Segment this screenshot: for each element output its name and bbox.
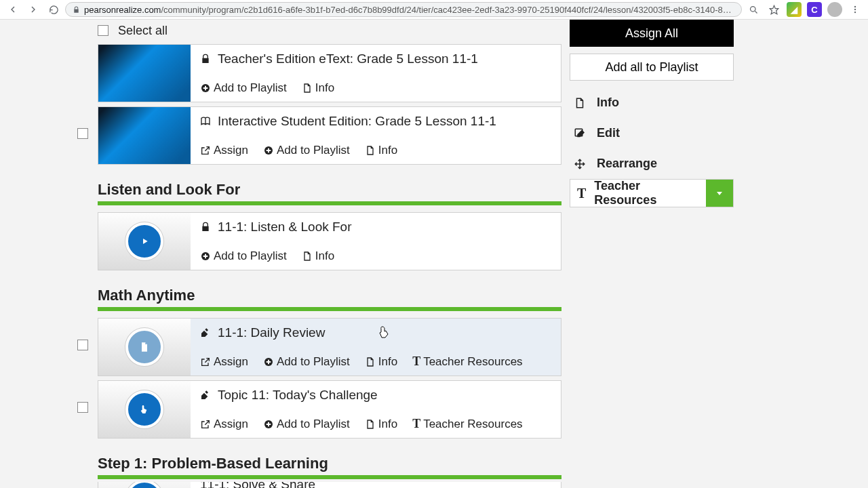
section-divider <box>98 201 561 205</box>
resource-title: Interactive Student Edition: Grade 5 Les… <box>218 114 496 129</box>
section-divider <box>98 475 561 479</box>
add-all-playlist-button[interactable]: Add all to Playlist <box>570 54 734 81</box>
plus-circle-icon <box>263 357 274 367</box>
zoom-icon[interactable] <box>745 1 762 18</box>
pencil-icon <box>574 127 587 140</box>
side-rearrange-link[interactable]: Rearrange <box>570 148 734 179</box>
browser-toolbar: pearsonrealize.com/community/program/c2b… <box>0 0 868 20</box>
extension-icon-1[interactable]: ◢ <box>785 1 803 18</box>
move-icon <box>574 158 587 170</box>
plus-circle-icon <box>263 145 274 156</box>
row-checkbox[interactable] <box>77 128 88 139</box>
section-divider <box>98 307 561 311</box>
text-t-icon: T <box>412 417 420 431</box>
svg-point-3 <box>854 6 856 7</box>
lock-icon <box>200 222 211 232</box>
section-header: Listen and Look For <box>98 181 561 199</box>
add-playlist-action[interactable]: Add to Playlist <box>263 418 350 431</box>
assign-action[interactable]: Assign <box>200 355 248 369</box>
select-all-label: Select all <box>118 24 167 38</box>
info-action[interactable]: Info <box>365 144 397 157</box>
plus-circle-icon <box>263 419 274 430</box>
file-icon <box>302 83 313 94</box>
svg-line-1 <box>755 11 757 13</box>
document-icon <box>125 328 163 366</box>
resource-row[interactable]: 11-1: Listen & Look For Add to PlaylistI… <box>98 212 561 270</box>
resource-title: Teacher's Edition eText: Grade 5 Lesson … <box>218 52 478 66</box>
nav-forward-button[interactable] <box>24 1 42 18</box>
nav-back-button[interactable] <box>4 1 22 18</box>
book-icon <box>200 116 211 127</box>
select-all-checkbox[interactable] <box>98 25 108 36</box>
assign-all-button[interactable]: Assign All <box>570 20 734 47</box>
lock-icon <box>73 6 80 14</box>
teacher-resources-dropdown[interactable]: T Teacher Resources <box>570 179 734 207</box>
resource-row[interactable]: Interactive Student Edition: Grade 5 Les… <box>98 106 561 165</box>
side-edit-link[interactable]: Edit <box>570 118 734 148</box>
resource-title: 11-1: Daily Review <box>218 325 325 340</box>
resource-row[interactable]: 11-1: Solve & Share AssignAdd to Playlis… <box>98 482 561 488</box>
assign-action[interactable]: Assign <box>200 418 248 431</box>
address-bar[interactable]: pearsonrealize.com/community/program/c2b… <box>65 2 742 17</box>
profile-avatar[interactable] <box>826 1 844 18</box>
add-playlist-action[interactable]: Add to Playlist <box>200 249 287 263</box>
info-action[interactable]: Info <box>365 418 397 431</box>
teacher-resources-action[interactable]: TTeacher Resources <box>412 354 522 369</box>
resource-title: 11-1: Listen & Look For <box>218 220 352 235</box>
svg-marker-16 <box>717 192 722 195</box>
share-icon <box>200 145 211 156</box>
tool-icon <box>200 327 211 338</box>
file-icon <box>365 145 376 156</box>
add-playlist-action[interactable]: Add to Playlist <box>200 81 287 95</box>
row-checkbox[interactable] <box>77 402 88 413</box>
info-action[interactable]: Info <box>365 355 397 369</box>
share-icon <box>200 419 211 430</box>
file-icon <box>365 419 376 430</box>
svg-point-0 <box>750 6 755 12</box>
text-t-icon: T <box>577 186 586 201</box>
section-header: Step 1: Problem-Based Learning <box>98 455 561 472</box>
resource-row[interactable]: Topic 11: Today's Challenge AssignAdd to… <box>98 380 561 439</box>
resource-title: 11-1: Solve & Share <box>200 482 315 488</box>
resource-title: Topic 11: Today's Challenge <box>218 388 378 403</box>
row-checkbox[interactable] <box>77 340 88 350</box>
pointer-icon <box>125 482 163 488</box>
teacher-resources-action[interactable]: TTeacher Resources <box>412 417 522 431</box>
blue-thumbnail <box>98 45 191 102</box>
chevron-down-icon[interactable] <box>706 180 733 207</box>
svg-marker-2 <box>770 5 778 14</box>
tool-icon <box>200 390 211 401</box>
extension-icon-2[interactable]: C <box>806 1 823 18</box>
pointer-icon <box>125 390 163 428</box>
text-t-icon: T <box>412 354 420 369</box>
file-icon <box>574 97 587 109</box>
share-icon <box>200 357 211 367</box>
svg-point-5 <box>854 12 856 13</box>
svg-marker-8 <box>143 239 148 244</box>
plus-circle-icon <box>200 251 211 262</box>
file-icon <box>302 251 313 262</box>
resource-row[interactable]: 11-1: Daily Review AssignAdd to Playlist… <box>98 318 561 376</box>
url-host: pearsonrealize.com <box>84 5 161 15</box>
side-info-link[interactable]: Info <box>570 87 734 118</box>
bookmark-star-icon[interactable] <box>765 1 783 18</box>
add-playlist-action[interactable]: Add to Playlist <box>263 144 350 157</box>
nav-reload-button[interactable] <box>45 1 62 18</box>
assign-action[interactable]: Assign <box>200 144 248 157</box>
play-icon <box>125 222 163 260</box>
file-icon <box>365 357 376 367</box>
section-header: Math Anytime <box>98 287 561 304</box>
plus-circle-icon <box>200 83 211 94</box>
lock-icon <box>200 54 211 64</box>
kebab-menu-icon[interactable] <box>846 1 864 18</box>
svg-point-4 <box>854 9 856 10</box>
info-action[interactable]: Info <box>302 81 334 95</box>
resource-row[interactable]: Teacher's Edition eText: Grade 5 Lesson … <box>98 44 561 102</box>
url-path: /community/program/c2b1d616-a6fe-3b1f-b7… <box>161 5 731 15</box>
add-playlist-action[interactable]: Add to Playlist <box>263 355 350 369</box>
info-action[interactable]: Info <box>302 249 334 263</box>
blue-thumbnail <box>98 107 191 164</box>
